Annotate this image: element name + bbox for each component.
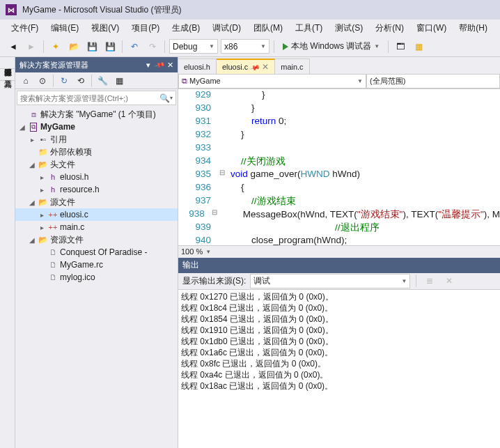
close-icon[interactable]: ✕ — [167, 61, 173, 70]
code-text[interactable]: } — [228, 102, 500, 116]
tree-node[interactable]: ◢📂资源文件 — [15, 233, 178, 246]
menu-item[interactable]: 工具(T) — [290, 20, 328, 36]
expand-icon[interactable]: ▸ — [38, 173, 46, 181]
fold-icon[interactable] — [217, 155, 228, 169]
redo-button[interactable]: ↷ — [145, 39, 160, 54]
tree-node[interactable]: 🗋mylog.ico — [15, 271, 178, 284]
fold-icon[interactable] — [217, 102, 228, 116]
code-text[interactable]: void game_over(HWND hWnd) — [228, 169, 500, 182]
code-line[interactable]: 935⊟void game_over(HWND hWnd) — [178, 169, 500, 182]
tree-node[interactable]: 🗋Conquest Of Paradise - — [15, 246, 178, 258]
code-text[interactable]: close_program(hWnd); — [228, 235, 500, 245]
menu-item[interactable]: 视图(V) — [86, 20, 125, 36]
code-text[interactable]: MessageBox(hWnd, TEXT("游戏结束"), TEXT("温馨提… — [219, 208, 500, 222]
code-text[interactable]: } — [228, 129, 500, 142]
code-line[interactable]: 936 { — [178, 182, 500, 195]
side-tab[interactable]: 服务器资源管理器 — [0, 57, 15, 69]
expand-icon[interactable]: ▸ — [38, 211, 46, 219]
code-line[interactable]: 939 //退出程序 — [178, 222, 500, 235]
nav-member-select[interactable]: (全局范围) — [366, 74, 500, 88]
fold-icon[interactable]: ⊟ — [210, 208, 219, 222]
code-line[interactable]: 937 //游戏结束 — [178, 195, 500, 208]
expand-icon[interactable]: ◢ — [28, 161, 36, 169]
tool-button[interactable]: 🗔 — [393, 39, 408, 54]
menu-item[interactable]: 团队(M) — [248, 20, 288, 36]
config-select[interactable]: Debug▼ — [169, 39, 218, 54]
editor-tab[interactable]: eluosi.c📌✕ — [217, 59, 275, 74]
save-all-button[interactable]: 💾 — [102, 39, 118, 54]
new-button[interactable]: ✦ — [48, 39, 63, 54]
code-text[interactable]: //游戏结束 — [228, 195, 500, 208]
fold-icon[interactable] — [217, 89, 228, 102]
editor-tab[interactable]: eluosi.h — [178, 59, 217, 74]
refresh-button[interactable]: ⟲ — [73, 73, 88, 88]
run-button[interactable]: 本地 Windows 调试器 ▼ — [279, 39, 384, 54]
platform-select[interactable]: x86▼ — [221, 39, 269, 54]
fold-icon[interactable] — [217, 235, 228, 245]
fold-icon[interactable] — [217, 142, 228, 155]
tool-button[interactable]: ▦ — [411, 39, 426, 54]
collapse-button[interactable]: ⊙ — [35, 73, 50, 88]
sync-button[interactable]: ↻ — [56, 73, 72, 88]
menu-item[interactable]: 项目(P) — [126, 20, 165, 36]
nav-scope-select[interactable]: ⧉ MyGame ▼ — [178, 74, 366, 88]
output-tool-button[interactable]: ✕ — [442, 273, 457, 288]
home-button[interactable]: ⌂ — [18, 73, 33, 88]
code-text[interactable]: //退出程序 — [228, 222, 500, 235]
close-icon[interactable]: ✕ — [262, 62, 269, 72]
tree-node[interactable]: ▸heluosi.h — [15, 171, 178, 183]
code-line[interactable]: 938⊟ MessageBox(hWnd, TEXT("游戏结束"), TEXT… — [178, 208, 500, 222]
side-tab[interactable]: 工具箱 — [0, 69, 15, 81]
code-line[interactable]: 929 } — [178, 89, 500, 102]
code-line[interactable]: 934 //关闭游戏 — [178, 155, 500, 169]
fold-icon[interactable] — [217, 129, 228, 142]
code-text[interactable]: { — [228, 182, 500, 195]
fold-icon[interactable] — [217, 116, 228, 129]
zoom-level[interactable]: 100 % — [181, 247, 203, 256]
expand-icon[interactable]: ◢ — [28, 236, 36, 244]
tree-node[interactable]: ⧈解决方案 "MyGame" (1 个项目) — [15, 108, 178, 121]
expand-icon[interactable]: ◢ — [28, 199, 36, 206]
output-source-select[interactable]: 调试 ▼ — [250, 274, 410, 288]
tree-node[interactable]: ▸▪▫引用 — [15, 133, 178, 146]
code-line[interactable]: 933 — [178, 142, 500, 155]
save-button[interactable]: 💾 — [84, 39, 100, 54]
expand-icon[interactable]: ◢ — [18, 123, 26, 131]
tree-node[interactable]: ▸++main.c — [15, 221, 178, 233]
menu-item[interactable]: 分析(N) — [370, 20, 409, 36]
tree-node[interactable]: ◢📂头文件 — [15, 158, 178, 171]
output-tool-button[interactable]: ≣ — [422, 273, 437, 288]
expand-icon[interactable]: ▸ — [28, 136, 36, 144]
code-editor[interactable]: 929 }930 }931 return 0;932 }933934 //关闭游… — [178, 89, 500, 245]
tree-node[interactable]: 🗋MyGame.rc — [15, 258, 178, 271]
show-all-button[interactable]: ▦ — [111, 73, 127, 88]
solution-search[interactable]: 🔍 ▾ — [17, 91, 176, 105]
fold-icon[interactable] — [217, 182, 228, 195]
expand-icon[interactable]: ▸ — [38, 186, 46, 194]
menu-item[interactable]: 生成(B) — [166, 20, 205, 36]
menu-item[interactable]: 调试(D) — [207, 20, 247, 36]
code-text[interactable]: return 0; — [228, 116, 500, 129]
code-line[interactable]: 932 } — [178, 129, 500, 142]
back-button[interactable]: ◄ — [6, 39, 21, 54]
dropdown-icon[interactable]: ▾ — [146, 61, 150, 70]
menu-item[interactable]: 帮助(H) — [453, 20, 493, 36]
code-line[interactable]: 930 } — [178, 102, 500, 116]
menu-item[interactable]: 文件(F) — [6, 20, 44, 36]
forward-button[interactable]: ► — [24, 39, 39, 54]
pin-icon[interactable]: 📌 — [153, 59, 165, 70]
expand-icon[interactable]: ▸ — [38, 224, 46, 231]
solution-tree[interactable]: ⧈解决方案 "MyGame" (1 个项目)◢⧉MyGame▸▪▫引用📁外部依赖… — [15, 107, 178, 448]
tree-node[interactable]: ◢📂源文件 — [15, 196, 178, 208]
search-input[interactable] — [20, 94, 159, 102]
undo-button[interactable]: ↶ — [127, 39, 142, 54]
code-text[interactable] — [228, 142, 500, 155]
tree-node[interactable]: 📁外部依赖项 — [15, 146, 178, 158]
fold-icon[interactable]: ⊟ — [217, 169, 228, 182]
props-button[interactable]: 🔧 — [95, 73, 110, 88]
tree-node[interactable]: ▸hresource.h — [15, 183, 178, 196]
code-text[interactable]: } — [228, 89, 500, 102]
editor-tab[interactable]: main.c — [275, 59, 309, 74]
output-content[interactable]: 线程 0x1270 已退出，返回值为 0 (0x0)。线程 0x18c4 已退出… — [178, 290, 500, 449]
tree-node[interactable]: ▸++eluosi.c — [15, 208, 178, 221]
